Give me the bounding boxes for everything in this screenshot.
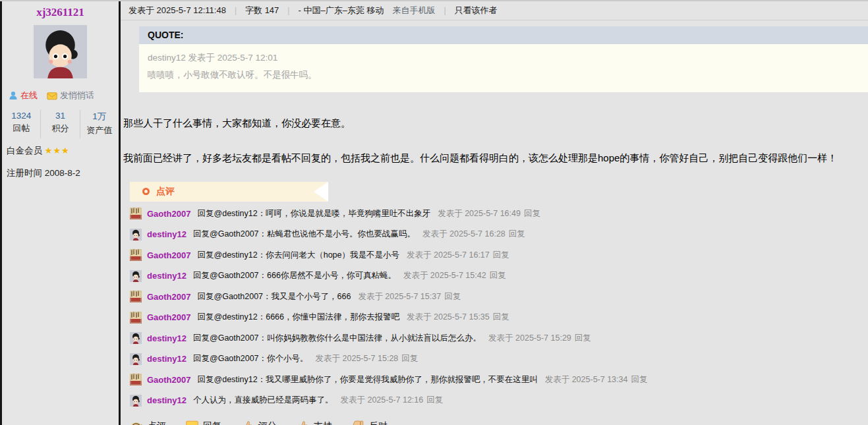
comment-text: 回复@Gaoth2007：粘蝇君也说他不是小号。你也要战赢吗。 — [193, 229, 415, 240]
comment-reply-link[interactable]: 回复 — [444, 291, 461, 302]
comment-button[interactable]: 点评 — [130, 420, 166, 425]
view-author-only-link[interactable]: 只看该作者 — [455, 5, 498, 16]
author-avatar[interactable] — [34, 25, 87, 78]
quote-title: QUOTE: — [139, 26, 868, 44]
comment-username-link[interactable]: Gaoth2007 — [147, 209, 190, 219]
send-pm-link[interactable]: 发悄悄话 — [47, 90, 94, 101]
destiny-avatar[interactable] — [130, 229, 142, 241]
stat-replies-value[interactable]: 1324 — [2, 111, 40, 121]
stat-points-value[interactable]: 31 — [41, 111, 79, 121]
stat-points: 31 积分 — [40, 110, 79, 138]
stat-assets-value[interactable]: 1万 — [80, 111, 119, 123]
reply-button[interactable]: 回复 — [186, 420, 221, 425]
gaoth-avatar[interactable] — [130, 208, 142, 219]
support-button[interactable]: 支持 — [297, 420, 332, 425]
post-header-row: 发表于 2025-5-7 12:11:48 | 字数 147 | - 中国–广东… — [121, 1, 868, 20]
oppose-button[interactable]: 反对 — [352, 420, 388, 425]
oppose-button-label: 反对 — [369, 420, 388, 425]
comment-time: 发表于 2025-5-7 16:28 — [422, 229, 506, 240]
from-mobile-link[interactable]: 来自手机版 — [392, 5, 435, 16]
comment-reply-link[interactable]: 回复 — [524, 208, 540, 219]
presence-row: 在线 发悄悄话 — [9, 90, 119, 101]
support-button-label: 支持 — [314, 420, 332, 425]
comment-row: destiny12 回复@Gaoth2007：粘蝇君也说他不是小号。你也要战赢吗… — [121, 224, 868, 245]
comment-time: 发表于 2025-5-7 16:17 — [407, 250, 490, 261]
comment-row: Gaoth2007 回复@destiny12：你去问问老大（hope）我是不是小… — [121, 245, 868, 266]
comment-reply-link[interactable]: 回复 — [575, 333, 591, 344]
comment-reply-link[interactable]: 回复 — [426, 395, 443, 406]
comment-username-link[interactable]: Gaoth2007 — [147, 292, 190, 302]
comment-row: destiny12 回复@Gaoth2007：叫你妈妈教教你什么是中国法律，从小… — [121, 328, 868, 349]
destiny-avatar[interactable] — [130, 395, 142, 407]
comment-time: 发表于 2025-5-7 15:29 — [488, 333, 571, 344]
comment-text: 回复@destiny12：我又哪里威胁你了，你要是觉得我威胁你了，那你就报警吧，… — [197, 374, 537, 385]
comment-username-link[interactable]: Gaoth2007 — [147, 312, 190, 322]
online-person-icon — [9, 91, 18, 100]
rate-button-label: 评分 — [258, 420, 277, 425]
thumb-up-icon — [241, 420, 254, 425]
quote-source-link[interactable]: destiny12 发表于 2025-5-7 12:01 — [148, 49, 859, 67]
comment-time: 发表于 2025-5-7 15:28 — [316, 353, 399, 364]
forum-post-page: xj3261121 在线 发悄悄话 1324 回帖 31 积分 1万 资产值 — [0, 0, 868, 425]
comment-time: 发表于 2025-5-7 15:42 — [403, 270, 486, 281]
comment-username-link[interactable]: destiny12 — [147, 333, 187, 343]
comment-username-link[interactable]: destiny12 — [147, 271, 187, 281]
register-time-label: 注册时间 — [7, 168, 42, 178]
comment-reply-link[interactable]: 回复 — [490, 270, 506, 281]
reply-button-label: 回复 — [203, 420, 221, 425]
comments-header-band: 点评 — [130, 182, 328, 202]
post-time: 发表于 2025-5-7 12:11:48 — [129, 5, 226, 16]
comment-time: 发表于 2025-5-7 13:34 — [545, 374, 628, 385]
comment-username-link[interactable]: Gaoth2007 — [147, 250, 190, 260]
author-username-link[interactable]: xj3261121 — [2, 6, 119, 19]
post-paragraph-1: 那些人干了什么事情，大家都知道，你没必要在意。 — [121, 117, 868, 130]
comment-reply-link[interactable]: 回复 — [493, 250, 509, 261]
comment-text: 回复@Gaoth2007：我又是个小号了，666 — [197, 291, 351, 302]
comment-row: Gaoth2007 回复@Gaoth2007：我又是个小号了，666 发表于 2… — [121, 287, 868, 308]
comment-username-link[interactable]: destiny12 — [147, 229, 187, 239]
quote-block: QUOTE: destiny12 发表于 2025-5-7 12:01 啧啧啧，… — [139, 26, 868, 92]
gaoth-avatar[interactable] — [130, 291, 142, 302]
comment-reply-link[interactable]: 回复 — [509, 229, 525, 240]
gaoth-avatar[interactable] — [130, 249, 142, 261]
comment-reply-link[interactable]: 回复 — [631, 374, 647, 385]
comment-button-label: 点评 — [148, 420, 166, 425]
comments-header-label: 点评 — [156, 186, 175, 198]
comment-ring-icon — [142, 188, 150, 195]
post-location: - 中国–广东–东莞 移动 — [298, 5, 384, 16]
comment-row: destiny12 回复@Gaoth2007：你个小号。 发表于 2025-5-… — [121, 349, 868, 370]
comment-reply-link[interactable]: 回复 — [401, 353, 418, 364]
word-count: 字数 147 — [245, 5, 279, 16]
comment-time: 发表于 2025-5-7 15:37 — [358, 291, 441, 302]
comment-row: Gaoth2007 回复@destiny12：6666，你懂中国法律，那你去报警… — [121, 307, 868, 328]
destiny-avatar[interactable] — [130, 353, 142, 365]
gaoth-avatar[interactable] — [130, 312, 142, 324]
member-rank: 白金会员 ★★★ — [7, 145, 119, 157]
comment-text: 回复@Gaoth2007：666你居然不是小号，你可真粘蝇。 — [193, 270, 396, 281]
comment-text: 回复@destiny12：呵呵，你说是就是喽，毕竟狗嘴里吐不出象牙 — [197, 208, 430, 219]
envelope-icon — [47, 91, 57, 100]
comment-time: 发表于 2025-5-7 12:16 — [340, 395, 423, 406]
quote-body: destiny12 发表于 2025-5-7 12:01 啧啧啧，小号敢做不敢认… — [139, 44, 868, 92]
comment-row: destiny12 个人认为，直接威胁已经是两码事了。 发表于 2025-5-7… — [121, 390, 868, 411]
comment-username-link[interactable]: destiny12 — [147, 354, 187, 364]
gaoth-avatar[interactable] — [130, 374, 142, 385]
thumb-down-icon — [352, 420, 364, 425]
comment-username-link[interactable]: destiny12 — [147, 395, 187, 405]
stat-replies-label: 回帖 — [2, 123, 40, 134]
destiny-avatar[interactable] — [130, 270, 142, 282]
comment-text: 回复@Gaoth2007：叫你妈妈教教你什么是中国法律，从小就法盲以后怎么办。 — [193, 333, 481, 344]
coffee-icon — [130, 420, 143, 425]
rank-stars-icon: ★★★ — [45, 146, 70, 156]
stat-replies: 1324 回帖 — [2, 110, 40, 138]
author-stats: 1324 回帖 31 积分 1万 资产值 — [2, 110, 119, 138]
comment-username-link[interactable]: Gaoth2007 — [147, 375, 190, 385]
author-sidebar: xj3261121 在线 发悄悄话 1324 回帖 31 积分 1万 资产值 — [0, 1, 119, 425]
comment-time: 发表于 2025-5-7 15:35 — [407, 312, 490, 323]
comment-reply-link[interactable]: 回复 — [493, 312, 509, 323]
destiny-avatar[interactable] — [130, 332, 142, 344]
stat-points-label: 积分 — [41, 123, 79, 134]
register-time-value: 2008-8-2 — [45, 168, 80, 178]
rate-button[interactable]: 评分 — [241, 420, 277, 425]
send-pm-label: 发悄悄话 — [60, 90, 94, 101]
